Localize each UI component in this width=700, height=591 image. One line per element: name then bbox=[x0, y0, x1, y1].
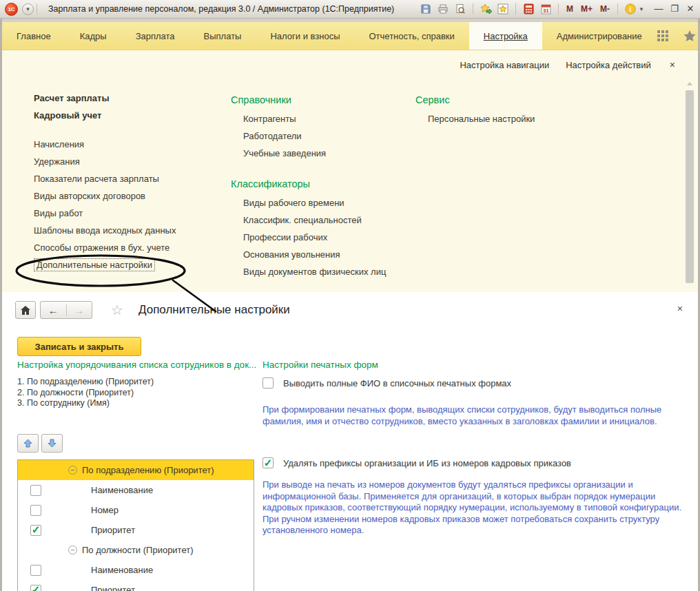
divider bbox=[473, 3, 473, 14]
tree-checkbox-row[interactable]: ✓ Приоритет bbox=[18, 580, 254, 591]
fio-checkbox-label[interactable]: Выводить полные ФИО в списочных печатных… bbox=[283, 378, 511, 388]
scroll-up-icon[interactable] bbox=[687, 82, 692, 85]
nav-item-pokazateli[interactable]: Показатели расчета зарплаты bbox=[34, 170, 176, 187]
divider bbox=[558, 3, 559, 14]
info-icon[interactable]: i bbox=[623, 2, 638, 16]
maximize-button[interactable]: ❐ bbox=[668, 2, 681, 16]
nav-item-osnovaniya-uvolneniya[interactable]: Основания увольнения bbox=[231, 246, 386, 263]
app-logo-1c-icon[interactable]: 1С bbox=[5, 3, 18, 16]
nav-item-shablony-vvoda[interactable]: Шаблоны ввода исходных данных bbox=[34, 222, 176, 239]
calculator-icon[interactable] bbox=[521, 2, 536, 16]
tree-group-row[interactable]: По должности (Приоритет) bbox=[18, 540, 254, 560]
nav-item-vidy-rabot[interactable]: Виды работ bbox=[34, 205, 176, 222]
checkbox[interactable]: ✓ bbox=[30, 565, 41, 576]
nav-item-kontragenty[interactable]: Контрагенты bbox=[231, 110, 386, 127]
tab-kadry[interactable]: Кадры bbox=[65, 22, 121, 50]
home-button[interactable] bbox=[15, 301, 36, 319]
nav-item-nachisleniya[interactable]: Начисления bbox=[34, 136, 176, 153]
calendar-icon[interactable]: 31 bbox=[538, 2, 553, 16]
scale-m-minus-button[interactable]: M- bbox=[597, 4, 612, 14]
prefix-info-text: При выводе на печать из номеров документ… bbox=[262, 479, 686, 537]
svg-text:31: 31 bbox=[543, 8, 548, 14]
info-chevron-icon[interactable]: ▼ bbox=[639, 6, 644, 12]
navigation-setup-link[interactable]: Настройка навигации bbox=[460, 60, 549, 70]
forward-button[interactable]: → bbox=[67, 304, 92, 316]
nav-item-professii-rabochih[interactable]: Профессии рабочих bbox=[231, 229, 386, 246]
tab-otchetnost-spravki[interactable]: Отчетность, справки bbox=[355, 22, 469, 50]
nav-item-rabotodateli[interactable]: Работодатели bbox=[231, 127, 386, 145]
tab-administrirovanie[interactable]: Администрирование bbox=[542, 22, 657, 50]
close-window-button[interactable]: ✕ bbox=[683, 2, 697, 16]
checkbox[interactable]: ✓ bbox=[30, 485, 41, 496]
ordering-list-item: 2. По должности (Приоритет) bbox=[17, 388, 154, 399]
nav-left-column: Расчет зарплаты Кадровый учет Начисления… bbox=[34, 90, 176, 273]
save-icon[interactable] bbox=[418, 2, 433, 16]
panel-close-icon[interactable]: × bbox=[668, 59, 677, 70]
nav-right-column: Сервис Персональные настройки bbox=[415, 90, 535, 127]
tab-nalogi-vznosy[interactable]: Налоги и взносы bbox=[256, 22, 354, 50]
section-title-servis: Сервис bbox=[415, 90, 535, 110]
nav-item-vidy-dokumentov-fizlic[interactable]: Виды документов физических лиц bbox=[231, 263, 386, 280]
nav-group-raschet-zarplaty[interactable]: Расчет зарплаты bbox=[34, 90, 176, 107]
back-button[interactable]: ← bbox=[41, 304, 67, 316]
nav-scrollbar[interactable] bbox=[685, 78, 695, 292]
divider bbox=[515, 3, 516, 14]
fio-info-text: При формировании печатных форм, выводящи… bbox=[262, 404, 686, 427]
tab-vyplaty[interactable]: Выплаты bbox=[189, 22, 256, 50]
checkbox[interactable]: ✓ bbox=[30, 505, 41, 516]
spacer bbox=[231, 162, 386, 174]
minimize-button[interactable]: — bbox=[652, 2, 666, 16]
tab-zarplata[interactable]: Зарплата bbox=[121, 22, 189, 50]
nav-item-uchebnye-zavedeniya[interactable]: Учебные заведения bbox=[231, 145, 386, 162]
fio-checkbox[interactable]: ✓ bbox=[262, 377, 274, 388]
collapse-icon[interactable] bbox=[68, 546, 77, 554]
collapse-icon[interactable] bbox=[68, 466, 77, 475]
window-frame-left bbox=[0, 18, 2, 591]
tree-group-row[interactable]: По подразделению (Приоритет) bbox=[18, 460, 254, 480]
prefix-checkbox-label[interactable]: Удалять префиксы организации и ИБ из ном… bbox=[283, 458, 571, 468]
svg-text:i: i bbox=[630, 6, 632, 13]
print-preview-icon[interactable] bbox=[453, 2, 468, 16]
add-to-favorites-icon[interactable] bbox=[478, 2, 493, 16]
system-menu-chevron-icon[interactable]: ▼ bbox=[22, 3, 34, 15]
tabbar-tools bbox=[657, 22, 700, 50]
nav-middle-column: Справочники Контрагенты Работодатели Уче… bbox=[231, 90, 386, 280]
scale-m-button[interactable]: M bbox=[564, 4, 576, 14]
print-icon[interactable] bbox=[435, 2, 451, 16]
titlebar-toolbar: 31 M M+ M- i ▼ — ❐ ✕ bbox=[418, 2, 697, 16]
checkbox[interactable]: ✓ bbox=[30, 585, 41, 591]
favorites-star-icon[interactable] bbox=[683, 30, 697, 43]
all-functions-grid-icon[interactable] bbox=[657, 30, 669, 42]
nav-item-personalnye-nastroyki[interactable]: Персональные настройки bbox=[415, 110, 535, 127]
nav-group-kadrovyy-uchet[interactable]: Кадровый учет bbox=[34, 107, 176, 124]
nav-item-vidy-rabochego-vremeni[interactable]: Виды рабочего времени bbox=[231, 194, 386, 211]
tree-checkbox-row[interactable]: ✓ Наименование bbox=[18, 560, 254, 580]
tree-checkbox-row[interactable]: ✓ Наименование bbox=[18, 480, 254, 500]
move-down-button[interactable] bbox=[41, 434, 63, 453]
print-forms-heading: Настройки печатных форм bbox=[262, 360, 378, 370]
additional-settings-form: ← → ☆ Дополнительные настройки × Записат… bbox=[2, 292, 698, 591]
actions-setup-link[interactable]: Настройка действий bbox=[566, 60, 651, 70]
tab-glavnoe[interactable]: Главное bbox=[2, 22, 65, 50]
scrollbar-thumb[interactable] bbox=[686, 90, 694, 283]
move-up-button[interactable] bbox=[17, 434, 39, 453]
save-and-close-button[interactable]: Записать и закрыть bbox=[17, 337, 141, 356]
tab-nastroyka[interactable]: Настройка bbox=[469, 22, 542, 50]
section-title-spravochniki: Справочники bbox=[231, 90, 386, 110]
tree-checkbox-row[interactable]: ✓ Приоритет bbox=[18, 520, 254, 540]
checkbox[interactable]: ✓ bbox=[30, 525, 41, 536]
prefix-checkbox[interactable]: ✓ bbox=[262, 457, 274, 468]
nav-item-dopolnitelnye-nastroyki[interactable]: Дополнительные настройки bbox=[34, 256, 176, 273]
nav-item-klassifik-specialnostey[interactable]: Классифик. специальностей bbox=[231, 211, 386, 229]
window-title: Зарплата и управление персоналом, редакц… bbox=[48, 4, 418, 14]
nav-item-uderzhaniya[interactable]: Удержания bbox=[34, 153, 176, 170]
nav-item-sposoby-otrazheniya[interactable]: Способы отражения в бух. учете bbox=[34, 239, 176, 256]
favorites-list-icon[interactable] bbox=[495, 2, 511, 16]
prefix-checkbox-row: ✓ Удалять префиксы организации и ИБ из н… bbox=[262, 457, 571, 468]
favorite-star-icon[interactable]: ☆ bbox=[111, 302, 123, 318]
tree-checkbox-row[interactable]: ✓ Номер bbox=[18, 500, 254, 520]
form-close-icon[interactable]: × bbox=[677, 303, 683, 314]
nav-item-avtorskie-dogovory[interactable]: Виды авторских договоров bbox=[34, 187, 176, 205]
ordering-heading: Настройка упорядочивания списка сотрудни… bbox=[17, 360, 256, 370]
scale-m-plus-button[interactable]: M+ bbox=[578, 4, 595, 14]
